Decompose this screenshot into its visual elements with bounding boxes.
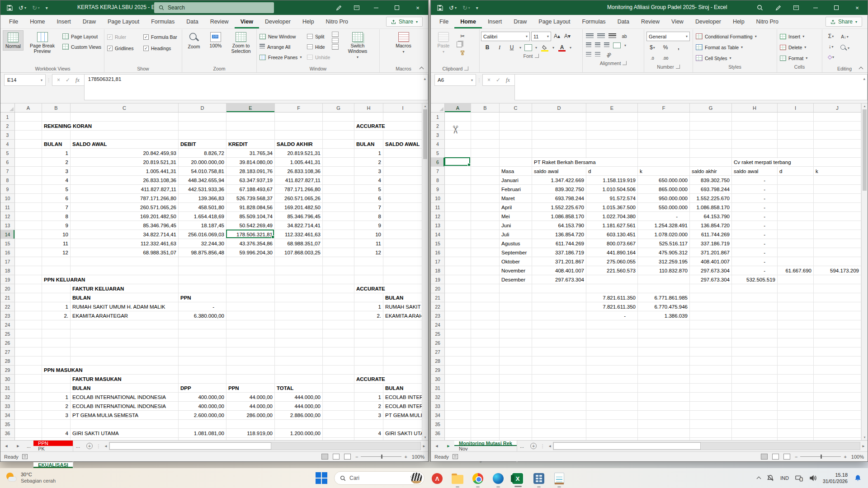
cell-B36[interactable]: 4 xyxy=(42,429,70,437)
cell-H14[interactable]: - xyxy=(732,230,777,239)
cell-H16[interactable]: - xyxy=(732,249,777,257)
new-sheet-button[interactable]: + xyxy=(85,442,94,450)
cell-B10[interactable]: 6 xyxy=(42,194,70,202)
cell-F7[interactable]: 26.833.108,36 xyxy=(275,167,322,175)
cell-H15[interactable]: 11 xyxy=(355,239,383,248)
row-header-11[interactable]: 11 xyxy=(431,203,445,212)
cell-D14[interactable]: 256.016.069,03 xyxy=(179,230,226,239)
font-color-icon[interactable]: A xyxy=(557,43,566,52)
cell-H23[interactable]: 2. xyxy=(355,312,383,320)
sort-filter-icon[interactable]: A↓▾ xyxy=(840,32,849,41)
device-cast-icon[interactable] xyxy=(795,475,803,482)
column-header-B[interactable]: B xyxy=(42,103,71,113)
cell-D11[interactable]: 458.501,80 xyxy=(179,203,226,211)
cell-D14[interactable]: 136.854.720 xyxy=(533,230,586,239)
cell-E14[interactable]: 178.506.321,81 xyxy=(227,230,274,239)
cell-G17[interactable]: 408.401.007 xyxy=(690,258,731,266)
cell-C8[interactable]: Januari xyxy=(500,176,520,184)
normal-view-shortcut[interactable] xyxy=(761,454,768,460)
cell-I31[interactable]: BULAN xyxy=(384,384,405,392)
cell-B5[interactable]: 1 xyxy=(42,149,70,157)
cell-D15[interactable]: 32.244,30 xyxy=(179,239,226,248)
cell-E32[interactable]: 44.000,00 xyxy=(227,393,274,401)
cell-D16[interactable]: 98.875.856,48 xyxy=(179,249,226,257)
cell-F8[interactable]: 411.827.827,11 xyxy=(275,176,322,184)
cell-D36[interactable]: 1.081.081,00 xyxy=(179,429,226,437)
cell-F13[interactable]: 1.254.328.491 xyxy=(638,221,689,230)
cell-F32[interactable]: 444.000,00 xyxy=(275,393,322,401)
cell-C23[interactable]: EKAMITA ARAHTEGAR xyxy=(71,312,129,320)
customize-qat-button[interactable]: ▾ xyxy=(46,5,48,10)
align-center-icon[interactable] xyxy=(595,42,600,48)
right-vscroll-thumb[interactable] xyxy=(863,109,867,191)
cell-E23[interactable]: - xyxy=(587,312,637,320)
cell-F36[interactable]: 1.200.000,00 xyxy=(275,429,322,437)
decrease-decimal-icon[interactable]: .00 xyxy=(661,54,670,63)
taskbar-calculator-icon[interactable] xyxy=(532,472,546,485)
ribbon-display-options-icon[interactable] xyxy=(787,0,805,15)
cell-H6[interactable]: Cv raket merpati terbang xyxy=(732,158,793,166)
bold-button[interactable]: B xyxy=(483,43,492,52)
ribbon-tab-page-layout[interactable]: Page Layout xyxy=(533,15,576,28)
language-indicator[interactable]: IND xyxy=(780,475,789,481)
cell-B23[interactable]: 2. xyxy=(42,312,70,320)
cancel-icon[interactable]: × xyxy=(57,77,60,83)
zoom-thumb[interactable] xyxy=(821,455,822,459)
ribbon-tab-review[interactable]: Review xyxy=(204,15,235,28)
conditional-formatting-button[interactable]: Conditional Formatting▾ xyxy=(694,32,775,41)
cell-H7[interactable]: saldo awal xyxy=(732,167,760,175)
notification-bell-icon[interactable] xyxy=(854,474,862,482)
sheet-nav-right-icon[interactable]: ► xyxy=(443,441,454,451)
zoom-slider[interactable]: − + xyxy=(795,454,847,460)
cell-G11[interactable]: 1.086.858.170 xyxy=(690,203,731,211)
pen-icon[interactable] xyxy=(330,0,348,15)
row-header-33[interactable]: 33 xyxy=(431,402,445,411)
hscroll-left-icon[interactable]: ◄ xyxy=(103,442,109,450)
row-header-11[interactable]: 11 xyxy=(0,203,15,212)
cell-E12[interactable]: 85.509.104,74 xyxy=(227,212,274,221)
cell-C32[interactable]: ECOLAB INTERNATIONAL INDONESIA xyxy=(71,393,167,401)
formula-bar-collapse-icon[interactable]: ▴ xyxy=(863,76,865,81)
right-vertical-scrollbar[interactable]: ▴ ▾ xyxy=(861,103,868,440)
row-header-16[interactable]: 16 xyxy=(431,248,445,257)
page-layout-button[interactable]: Page Layout xyxy=(61,32,103,41)
sheet-tabs-overflow-left[interactable]: ... xyxy=(24,441,33,451)
ribbon-tab-developer[interactable]: Developer xyxy=(689,15,727,28)
cell-F16[interactable]: 475.905.312 xyxy=(638,249,689,257)
zoom-in-icon[interactable]: + xyxy=(404,454,407,460)
merge-center-icon[interactable] xyxy=(613,42,621,48)
row-header-9[interactable]: 9 xyxy=(0,185,15,194)
cell-F11[interactable]: 169.201.482,50 xyxy=(275,203,322,211)
cell-E9[interactable]: 67.188.493,67 xyxy=(227,185,274,193)
ribbon-display-options-icon[interactable] xyxy=(348,0,366,15)
cell-H11[interactable]: - xyxy=(732,203,777,211)
cell-C31[interactable]: BULAN xyxy=(71,384,92,392)
column-header-B[interactable]: B xyxy=(471,103,500,113)
left-horizontal-scrollbar[interactable]: ◄ ► xyxy=(103,442,427,450)
cell-E8[interactable]: 63.347.937,19 xyxy=(227,176,274,184)
align-top-icon[interactable] xyxy=(586,33,594,39)
cell-C30[interactable]: FAKTUR MASUKAN xyxy=(71,375,123,383)
clear-icon[interactable]: ◇▾ xyxy=(826,52,835,61)
cell-H30[interactable]: ACCURATE xyxy=(355,375,387,383)
redo-button[interactable]: ↻▾ xyxy=(462,5,470,11)
cell-D34[interactable]: 2.600.000,00 xyxy=(179,411,226,419)
row-header-3[interactable]: 3 xyxy=(431,131,445,140)
hide-button[interactable]: Hide xyxy=(306,42,331,52)
row-header-12[interactable]: 12 xyxy=(0,212,15,221)
row-header-10[interactable]: 10 xyxy=(0,194,15,203)
cell-G16[interactable]: 371.201.867 xyxy=(690,249,731,257)
find-select-icon[interactable]: ▾ xyxy=(840,43,849,52)
row-header-1[interactable]: 1 xyxy=(0,113,15,122)
formula-input[interactable]: ▴ xyxy=(514,74,868,100)
minimize-button[interactable] xyxy=(805,0,826,15)
collapse-ribbon-icon[interactable] xyxy=(420,66,425,70)
autosum-icon[interactable]: Σ▾ xyxy=(826,32,835,41)
cell-D19[interactable]: 297.673.304 xyxy=(533,276,586,284)
row-header-20[interactable]: 20 xyxy=(431,284,445,293)
cell-H16[interactable]: 12 xyxy=(355,249,383,257)
delete-cells-button[interactable]: Delete▾ xyxy=(778,42,821,52)
headings-checkbox[interactable]: ✓ Headings xyxy=(142,43,179,53)
row-header-26[interactable]: 26 xyxy=(0,338,15,347)
right-hscroll-thumb[interactable] xyxy=(553,442,700,450)
